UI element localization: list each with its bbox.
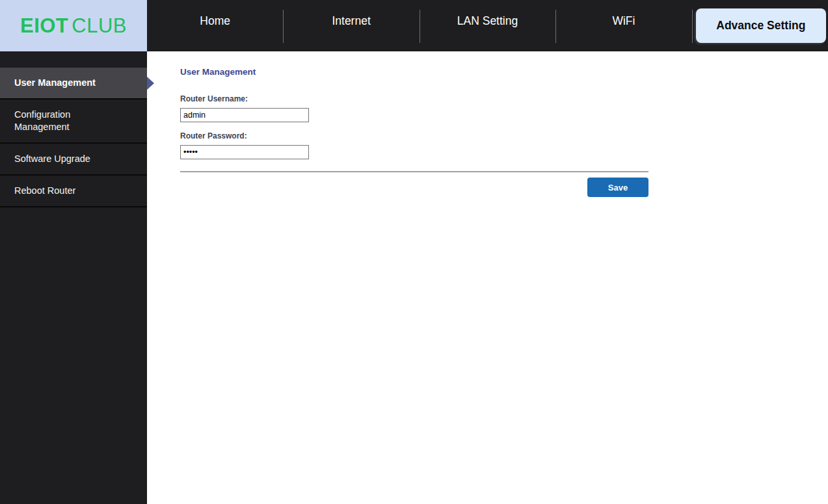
nav-item-wifi[interactable]: WiFi [555,0,691,51]
content-divider [180,171,648,172]
save-row: Save [180,178,648,197]
top-bar: EIOT CLUB Home Internet LAN Setting WiFi… [0,0,828,51]
logo-text-secondary: CLUB [72,14,127,38]
nav-item-label: Internet [332,14,370,28]
sidebar-item-label: User Management [14,77,96,88]
username-input[interactable] [180,108,309,122]
logo-text-primary: EIOT [20,14,68,38]
sidebar-item-label: Configuration Management [14,109,70,132]
body-row: User Management Configuration Management… [0,51,828,504]
main-nav: Home Internet LAN Setting WiFi Advance S… [147,0,828,51]
nav-item-lan-setting[interactable]: LAN Setting [420,0,555,51]
nav-item-home[interactable]: Home [147,0,283,51]
nav-item-advance-setting[interactable]: Advance Setting [692,0,828,51]
sidebar: User Management Configuration Management… [0,51,147,504]
nav-item-internet[interactable]: Internet [283,0,419,51]
sidebar-item-label: Software Upgrade [14,153,90,164]
password-input[interactable] [180,145,309,159]
sidebar-item-label: Reboot Router [14,185,75,196]
app-container: EIOT CLUB Home Internet LAN Setting WiFi… [0,0,828,504]
active-item-arrow-icon [147,77,154,90]
save-button[interactable]: Save [587,178,648,197]
sidebar-item-reboot-router[interactable]: Reboot Router [0,176,147,207]
nav-item-label-active: Advance Setting [696,8,826,43]
sidebar-item-configuration-management[interactable]: Configuration Management [0,99,147,144]
password-label: Router Password: [180,131,828,140]
brand-logo: EIOT CLUB [0,0,147,51]
sidebar-item-software-upgrade[interactable]: Software Upgrade [0,144,147,176]
nav-item-label: WiFi [612,14,635,28]
sidebar-item-user-management[interactable]: User Management [0,68,147,99]
nav-item-label: Home [200,14,230,28]
main-content: User Management Router Username: Router … [147,51,828,504]
page-title: User Management [180,67,828,77]
nav-item-label: LAN Setting [457,14,518,28]
username-label: Router Username: [180,94,828,103]
